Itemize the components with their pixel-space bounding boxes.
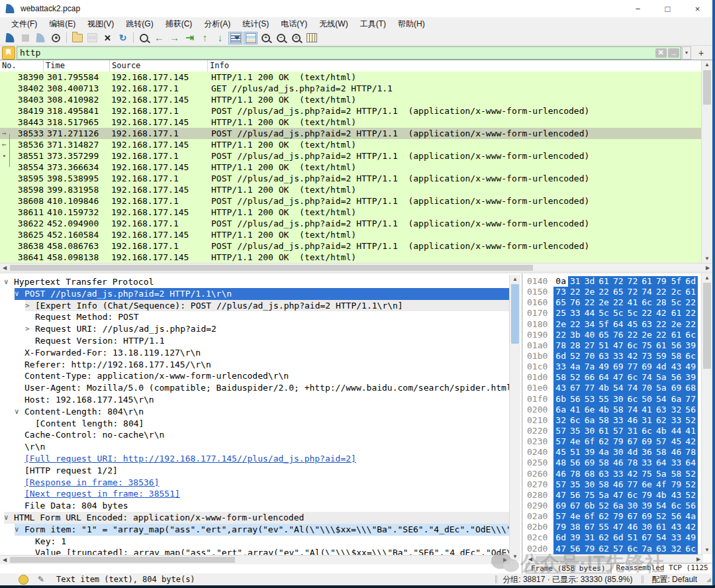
hex-byte[interactable]: 62	[596, 544, 611, 554]
detail-row[interactable]: [Response in frame: 38536]	[0, 477, 510, 489]
detail-row[interactable]: \r\n	[0, 441, 510, 453]
zoom-in-icon[interactable]: +	[259, 32, 273, 44]
hex-byte[interactable]: 62	[596, 511, 611, 522]
hex-byte[interactable]: 57	[553, 426, 568, 436]
hex-row[interactable]: 02205735306157316c4b4441	[527, 426, 698, 436]
hex-byte[interactable]: 5c	[596, 308, 611, 318]
hex-byte[interactable]: 67	[568, 501, 583, 511]
hex-byte[interactable]: 78	[626, 458, 640, 468]
hex-row[interactable]: 02c06d3931626d5167543349	[527, 532, 698, 543]
hex-byte[interactable]: 64	[654, 458, 669, 468]
hex-byte[interactable]: 22	[568, 287, 583, 297]
hex-byte[interactable]: 62	[596, 436, 611, 447]
scroll-up-icon[interactable]: ▲	[702, 273, 712, 282]
hex-byte[interactable]: 38	[568, 522, 583, 532]
column-header-no[interactable]: No.	[0, 60, 44, 72]
packet-row[interactable]: •38551373.357299192.168.177.1POST //plus…	[0, 150, 702, 162]
hex-byte[interactable]: 33	[611, 469, 626, 479]
hex-byte[interactable]: 2e	[640, 330, 654, 340]
hex-byte[interactable]: 6e	[640, 479, 654, 490]
hex-byte[interactable]: 6c	[683, 544, 698, 554]
filter-add-button[interactable]: +	[695, 47, 707, 59]
hex-byte[interactable]: 62	[596, 532, 611, 543]
detail-row[interactable]: [HTTP request 1/2]	[0, 465, 510, 477]
hex-byte[interactable]: 6f	[583, 511, 597, 522]
packet-row[interactable]: 38608410.109846192.168.177.1POST //plus/…	[0, 195, 702, 207]
bytes-tab-1[interactable]: Reassembled TCP (1125 bytes)	[611, 563, 715, 573]
packet-row[interactable]: 38402308.400713192.168.177.1GET //plus/a…	[0, 83, 702, 94]
hex-row[interactable]: 01802e22345f644563222e22	[527, 319, 698, 330]
packet-row[interactable]: 38554373.366634192.168.177.145HTTP/1.1 2…	[0, 162, 702, 173]
hex-byte[interactable]: 67	[626, 436, 640, 447]
hex-byte[interactable]: 33	[669, 458, 684, 468]
minimize-button[interactable]: −	[623, 0, 653, 17]
hex-byte[interactable]: 78	[568, 469, 583, 479]
hex-byte[interactable]: 68	[683, 383, 698, 393]
hex-byte[interactable]: 61	[596, 426, 611, 436]
hex-byte[interactable]: 6d	[553, 351, 568, 362]
open-file-icon[interactable]	[70, 32, 84, 44]
hex-byte[interactable]: 65	[596, 330, 611, 340]
hex-byte[interactable]: 63	[654, 405, 669, 415]
go-back-icon[interactable]: ←	[152, 32, 166, 44]
expander-open-icon[interactable]: ∨	[4, 276, 14, 288]
hex-vscrollbar[interactable]: ▲ ▼	[701, 273, 712, 554]
hex-byte[interactable]: 35	[568, 426, 583, 436]
hex-byte[interactable]: 74	[626, 383, 640, 393]
hex-byte[interactable]: 54	[654, 532, 669, 543]
hex-byte[interactable]: 69	[553, 501, 568, 511]
hex-byte[interactable]: 5a	[654, 383, 669, 393]
hex-byte[interactable]: 56	[669, 340, 684, 351]
hex-byte[interactable]: 56	[669, 511, 684, 522]
hex-byte[interactable]: 33	[611, 415, 626, 426]
hex-byte[interactable]: 63	[640, 319, 654, 330]
hex-byte[interactable]: 41	[626, 297, 640, 308]
auto-scroll-icon[interactable]	[228, 32, 242, 44]
display-filter-input[interactable]	[17, 47, 655, 58]
hex-byte[interactable]: 2e	[596, 297, 611, 308]
hex-byte[interactable]: 6c	[626, 544, 640, 554]
hex-row[interactable]: 01f06b565355306c50546a77	[527, 394, 698, 405]
hex-byte[interactable]: 52	[683, 479, 698, 490]
hex-byte[interactable]: 56	[568, 490, 583, 501]
hex-byte[interactable]: 46	[669, 447, 684, 458]
hex-byte[interactable]: 47	[611, 522, 626, 532]
hex-hscrollbar[interactable]: ◀ ▶	[526, 554, 703, 564]
hex-byte[interactable]: 6c	[626, 340, 640, 351]
hex-byte[interactable]: 70	[640, 383, 654, 393]
menu-item-6[interactable]: 统计(S)	[236, 17, 275, 31]
stop-capture-icon[interactable]	[19, 32, 32, 44]
hex-byte[interactable]: 3d	[583, 276, 597, 287]
hex-byte[interactable]: 32	[669, 544, 684, 554]
close-button[interactable]: ×	[683, 0, 712, 17]
find-packet-icon[interactable]	[137, 32, 151, 44]
hex-byte[interactable]: 42	[654, 308, 669, 318]
hex-byte[interactable]: 22	[626, 330, 640, 340]
hex-byte[interactable]: 58	[596, 479, 611, 490]
bytes-tab-0[interactable]: Frame (858 bytes)	[526, 564, 611, 573]
hex-byte[interactable]: 30	[611, 394, 626, 405]
hex-byte[interactable]: 66	[583, 372, 597, 383]
hex-byte[interactable]: 5f	[596, 319, 611, 330]
hex-byte[interactable]: 6c	[626, 490, 640, 501]
hex-byte[interactable]: 75	[640, 340, 654, 351]
hex-byte[interactable]: 74	[640, 287, 654, 297]
menu-item-8[interactable]: 无线(W)	[313, 17, 354, 31]
detail-row[interactable]: >Request URI: //plus/ad_js.php?aid=2	[0, 323, 510, 335]
detail-row[interactable]: ∨HTML Form URL Encoded: application/x-ww…	[0, 512, 510, 524]
hex-byte[interactable]: 28	[568, 340, 583, 351]
hex-byte[interactable]: 67	[626, 511, 640, 522]
hex-byte[interactable]: 78	[553, 340, 568, 351]
hex-byte[interactable]: 47	[553, 544, 568, 554]
hex-byte[interactable]: 58	[669, 469, 684, 479]
hex-row[interactable]: 025048566958467833643364	[527, 458, 698, 468]
menu-item-3[interactable]: 跳转(G)	[120, 17, 159, 31]
hex-byte[interactable]: 5a	[654, 372, 669, 383]
hex-byte[interactable]: 4b	[596, 383, 611, 393]
detail-row[interactable]: Referer: http://192.168.177.145/\r\n	[0, 359, 510, 371]
hex-byte[interactable]: 58	[611, 405, 626, 415]
hex-byte[interactable]: 79	[553, 522, 568, 532]
menu-item-9[interactable]: 工具(T)	[354, 17, 392, 31]
hex-row[interactable]: 01702533445c5c5c22426122	[527, 308, 698, 318]
hex-byte[interactable]: 52	[683, 490, 698, 501]
